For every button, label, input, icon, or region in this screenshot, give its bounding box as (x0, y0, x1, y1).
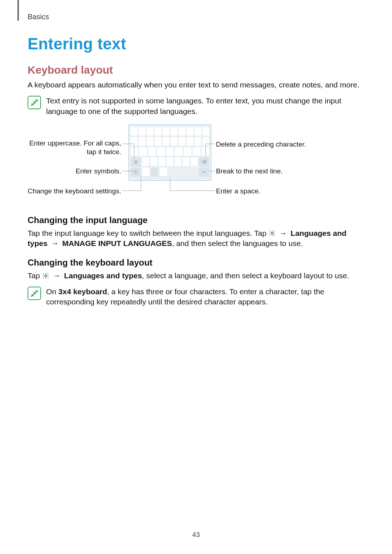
shift-key-icon (131, 157, 141, 166)
paragraph-keyboard-layout: Tap → Languages and types, select a lang… (28, 271, 364, 281)
arrow: → (52, 271, 62, 280)
callout-settings: Change the keyboard settings. (28, 187, 121, 196)
note-icon (28, 287, 41, 300)
note-block: On 3x4 keyboard, a key has three or four… (28, 287, 364, 307)
keyboard-diagram: Enter uppercase. For all caps, tap it tw… (28, 124, 364, 204)
text: , select a language, and then select a k… (142, 271, 349, 280)
note-block: Text entry is not supported in some lang… (28, 96, 364, 116)
svg-point-2 (45, 275, 46, 276)
keyboard-illustration (128, 124, 211, 181)
settings-key-icon (131, 168, 141, 176)
text: On (46, 287, 58, 296)
page-content: Entering text Keyboard layout A keyboard… (28, 35, 364, 315)
callout-enter: Break to the next line. (216, 167, 332, 176)
space-key (151, 168, 158, 176)
page-title: Entering text (28, 35, 364, 53)
note-icon (28, 96, 41, 109)
callout-space: Enter a space. (216, 187, 332, 196)
backspace-key-icon (199, 157, 209, 166)
note-text: On 3x4 keyboard, a key has three or four… (46, 287, 364, 307)
paragraph-input-language: Tap the input language key to switch bet… (28, 228, 364, 249)
bold-text: 3x4 keyboard (58, 287, 107, 296)
page-tab-mark (17, 0, 19, 21)
section-label: Basics (28, 13, 49, 21)
enter-key-icon (199, 168, 209, 176)
text: , and then select the languages to use. (172, 239, 303, 247)
gear-icon (269, 229, 276, 237)
text: Tap the input language key to switch bet… (28, 229, 269, 237)
subheading-keyboard-layout: Changing the keyboard layout (28, 258, 364, 268)
note-text: Text entry is not supported in some lang… (46, 96, 364, 116)
arrow: → (278, 229, 289, 237)
gear-icon (42, 272, 49, 279)
svg-point-0 (135, 171, 136, 173)
svg-point-1 (271, 232, 273, 234)
subheading-input-language: Changing the input language (28, 215, 364, 225)
intro-paragraph: A keyboard appears automatically when yo… (28, 80, 364, 90)
arrow: → (50, 239, 60, 247)
bold-text: Languages and types (64, 271, 142, 280)
page-number: 43 (0, 531, 392, 539)
bold-text: MANAGE INPUT LANGUAGES (62, 239, 172, 247)
callout-delete: Delete a preceding character. (216, 140, 347, 149)
section-heading: Keyboard layout (28, 64, 364, 76)
callout-shift: Enter uppercase. For all caps, tap it tw… (28, 139, 121, 156)
callout-symbols: Enter symbols. (28, 167, 121, 176)
text: Tap (28, 271, 42, 280)
